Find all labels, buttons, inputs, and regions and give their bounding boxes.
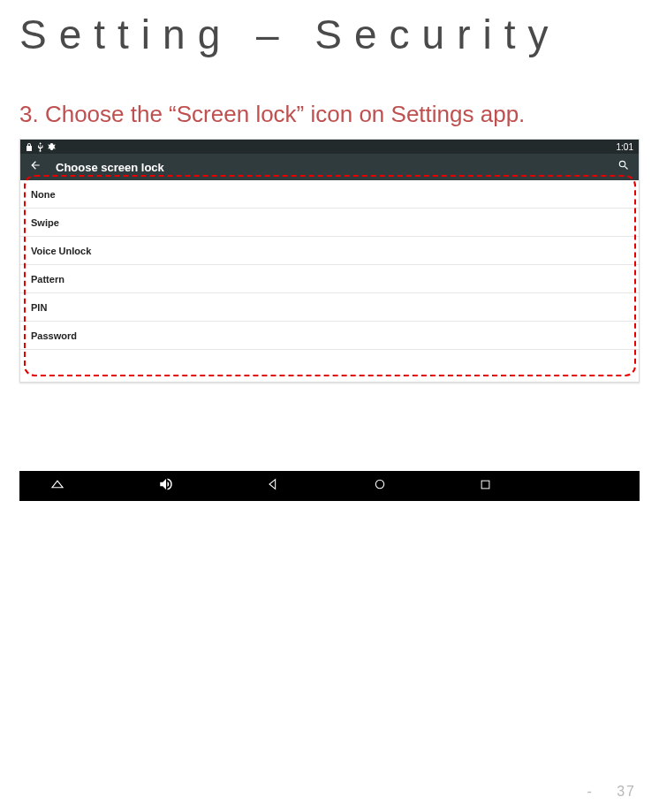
slide-footer: - 37 bbox=[587, 784, 636, 800]
back-icon[interactable] bbox=[29, 159, 42, 175]
android-app-bar: Choose screen lock bbox=[20, 154, 639, 180]
lock-icon bbox=[26, 142, 33, 151]
option-label: None bbox=[31, 189, 56, 200]
status-clock: 1:01 bbox=[617, 142, 633, 152]
option-swipe[interactable]: Swipe bbox=[20, 209, 639, 237]
nav-up-icon[interactable] bbox=[49, 476, 65, 496]
android-nav-bar bbox=[19, 471, 640, 501]
option-label: Voice Unlock bbox=[31, 246, 91, 256]
device-screenshot: 1:01 Choose screen lock None Swipe Voice… bbox=[19, 139, 640, 383]
nav-recent-icon[interactable] bbox=[479, 478, 492, 495]
instruction-text: 3. Choose the “Screen lock” icon on Sett… bbox=[0, 58, 659, 135]
usb-icon bbox=[37, 142, 43, 152]
svg-rect-1 bbox=[482, 481, 490, 489]
android-status-bar: 1:01 bbox=[20, 140, 639, 154]
option-label: PIN bbox=[31, 302, 47, 313]
option-pattern[interactable]: Pattern bbox=[20, 265, 639, 293]
search-icon[interactable] bbox=[617, 159, 630, 175]
nav-home-icon[interactable] bbox=[373, 477, 387, 495]
slide-title: Setting – Security bbox=[0, 0, 659, 58]
screen-lock-options-list: None Swipe Voice Unlock Pattern PIN Pass… bbox=[20, 180, 639, 382]
option-voice-unlock[interactable]: Voice Unlock bbox=[20, 237, 639, 265]
option-pin[interactable]: PIN bbox=[20, 293, 639, 322]
appbar-title: Choose screen lock bbox=[56, 161, 164, 174]
svg-point-0 bbox=[375, 480, 383, 488]
option-label: Password bbox=[31, 330, 77, 341]
footer-dash: - bbox=[587, 784, 593, 799]
option-label: Pattern bbox=[31, 274, 64, 285]
option-label: Swipe bbox=[31, 217, 59, 228]
page-number: 37 bbox=[617, 784, 636, 799]
option-none[interactable]: None bbox=[20, 180, 639, 209]
volume-icon[interactable] bbox=[158, 476, 174, 496]
nav-back-icon[interactable] bbox=[266, 477, 280, 495]
list-bottom-pad bbox=[20, 350, 639, 382]
option-password[interactable]: Password bbox=[20, 322, 639, 350]
debug-icon bbox=[48, 142, 56, 151]
